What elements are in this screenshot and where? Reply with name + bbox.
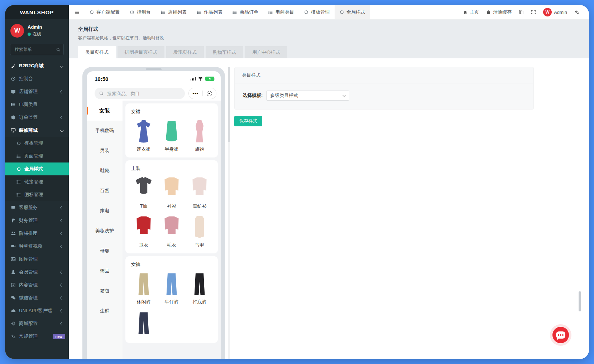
topbar-tab-global-style[interactable]: 全局样式 <box>335 5 370 19</box>
category-fresh[interactable]: 生鲜 <box>87 301 123 321</box>
product-leggings[interactable]: 打底裤 <box>186 272 214 305</box>
tab-cart-style[interactable]: 购物车样式 <box>206 46 243 58</box>
close-capsule-button[interactable] <box>203 91 216 96</box>
sidebar-item-link-management[interactable]: 链接管理 <box>5 175 69 188</box>
list-ol-icon <box>268 10 273 15</box>
product-chiffon[interactable]: 雪纺衫 <box>186 176 214 209</box>
product-sweater[interactable]: 毛衣 <box>158 215 186 248</box>
docs-button[interactable] <box>519 10 524 15</box>
sidebar-item-content-management[interactable]: 内容管理 <box>5 278 69 291</box>
category-shoes[interactable]: 鞋靴 <box>87 161 123 181</box>
sidebar-search-input[interactable] <box>14 47 56 52</box>
sidebar-item-ladder-group[interactable]: 阶梯拼团 <box>5 227 69 240</box>
sidebar-item-finance-management[interactable]: 财务管理 <box>5 214 69 227</box>
home-button[interactable]: 主页 <box>463 9 479 15</box>
tab-group-page-style[interactable]: 拼团栏目页样式 <box>118 46 164 58</box>
topbar-tab-product-orders[interactable]: 商品订单 <box>227 5 263 19</box>
product-tshirt[interactable]: T恤 <box>130 176 158 209</box>
tab-discover-page-style[interactable]: 发现页样式 <box>166 46 204 58</box>
sweatshirt-image <box>134 215 153 239</box>
product-skirt[interactable]: 半身裙 <box>158 119 186 152</box>
page-title: 全局样式 <box>78 26 580 33</box>
category-general[interactable]: 百货 <box>87 181 123 201</box>
sidebar-item-ecommerce-categories[interactable]: 电商类目 <box>5 98 69 111</box>
scrollbar-thumb[interactable] <box>228 67 230 142</box>
dress-image <box>134 119 153 144</box>
gears-icon <box>574 10 580 15</box>
sidebar-item-console[interactable]: 控制台 <box>5 72 69 85</box>
category-women-clothing[interactable]: 女装 <box>87 101 123 121</box>
topbar-tab-ecommerce-categories[interactable]: 电商类目 <box>263 5 299 19</box>
avatar[interactable]: W <box>10 24 24 38</box>
clear-cache-button[interactable]: 清除缓存 <box>486 9 512 15</box>
phone-search-input[interactable] <box>106 91 181 97</box>
topbar-user[interactable]: W Admin <box>543 8 567 16</box>
more-button[interactable]: ••• <box>189 88 202 99</box>
customer-chat-button[interactable] <box>552 327 569 343</box>
phone-search[interactable] <box>95 88 185 99</box>
sidebar-item-uniapp-client[interactable]: UNI-APP客户端 <box>5 304 69 317</box>
search-icon[interactable] <box>56 47 61 52</box>
category-beauty[interactable]: 美妆洗护 <box>87 221 123 241</box>
sidebar-item-template-management[interactable]: 模板管理 <box>5 137 69 150</box>
phone-screen: 10:50 <box>87 71 221 359</box>
product-partial[interactable] <box>130 311 158 338</box>
storefront-icon <box>11 89 16 94</box>
sidebar-item-gallery-management[interactable]: 图库管理 <box>5 253 69 266</box>
blouse-image <box>190 176 209 200</box>
topbar-user-name: Admin <box>554 10 567 15</box>
sidebar-item-member-management[interactable]: 会员管理 <box>5 266 69 278</box>
tab-category-page-style[interactable]: 类目页样式 <box>78 46 116 58</box>
sidebar-item-mall-config[interactable]: 商城配置 <box>5 317 69 330</box>
circle-icon <box>16 167 21 171</box>
topbar-tab-works-list[interactable]: 作品列表 <box>192 5 227 19</box>
topbar-tab-template-management[interactable]: 模板管理 <box>299 5 335 19</box>
topbar-tab-client-config[interactable]: 客户端配置 <box>85 5 125 19</box>
product-dress[interactable]: 连衣裙 <box>130 119 158 152</box>
sidebar-item-customer-service[interactable]: 客服服务 <box>5 201 69 214</box>
product-hoodie[interactable]: 卫衣 <box>130 215 158 248</box>
category-mother-baby[interactable]: 母婴 <box>87 241 123 261</box>
category-content: 女裙 连衣裙 半身裙 <box>123 101 221 359</box>
preview-scrollbar[interactable] <box>228 67 230 359</box>
wifi-icon <box>198 77 203 81</box>
sidebar-item-page-management[interactable]: 页面管理 <box>5 150 69 162</box>
topbar-tab-console[interactable]: 控制台 <box>125 5 156 19</box>
sidebar-item-wechat-management[interactable]: 微信管理 <box>5 291 69 304</box>
hamburger-menu-icon[interactable] <box>69 5 85 19</box>
topbar-tab-shop-list[interactable]: 店铺列表 <box>156 5 192 19</box>
settings-button[interactable] <box>574 10 580 15</box>
save-style-button[interactable]: 保存样式 <box>234 116 262 126</box>
product-qipao[interactable]: 旗袍 <box>186 119 214 152</box>
category-men-clothing[interactable]: 男装 <box>87 141 123 161</box>
sidebar-item-general-management[interactable]: 常规管理 new <box>5 330 69 343</box>
sidebar-search[interactable] <box>10 44 64 55</box>
product-vest[interactable]: 马甲 <box>186 215 214 248</box>
sidebar-item-icon-management[interactable]: 图标管理 <box>5 188 69 201</box>
fullscreen-icon <box>531 10 536 15</box>
category-appliances[interactable]: 家电 <box>87 201 123 221</box>
circle-icon <box>90 10 94 14</box>
desktop-icon <box>11 128 16 133</box>
online-status-dot <box>28 33 31 36</box>
circle-icon <box>340 10 344 14</box>
user-status: 在线 <box>33 31 41 37</box>
sidebar-item-b2b2c-mall[interactable]: B2B2C商城 <box>5 59 69 72</box>
phone-search-row: ••• <box>87 86 221 101</box>
sidebar: WANLSHOP W Admin 在线 B2B2C商城 控制台 <box>5 5 69 359</box>
template-select[interactable]: 多级类目样式 <box>266 91 349 101</box>
product-jeans[interactable]: 牛仔裤 <box>158 272 186 305</box>
sidebar-item-global-style[interactable]: 全局样式 <box>5 162 69 175</box>
sidebar-item-short-video[interactable]: 种草短视频 <box>5 240 69 253</box>
sidebar-item-order-supervision[interactable]: 订单监管 <box>5 111 69 124</box>
category-phones-digital[interactable]: 手机数码 <box>87 121 123 141</box>
sidebar-item-shop-management[interactable]: 店铺管理 <box>5 85 69 98</box>
fullscreen-button[interactable] <box>531 10 536 15</box>
product-casual-pants[interactable]: 休闲裤 <box>130 272 158 305</box>
product-shirt[interactable]: 衬衫 <box>158 176 186 209</box>
page-scrollbar-thumb[interactable] <box>579 291 581 311</box>
category-bags[interactable]: 箱包 <box>87 281 123 301</box>
tab-user-center-style[interactable]: 用户中心样式 <box>245 46 287 58</box>
sidebar-item-decorate-mall[interactable]: 装修商城 <box>5 124 69 137</box>
category-accessories[interactable]: 饰品 <box>87 261 123 281</box>
